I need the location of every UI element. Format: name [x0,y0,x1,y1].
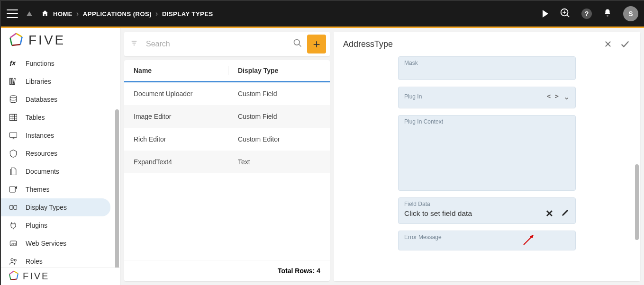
table-row[interactable]: Rich EditorCustom Editor [124,128,330,151]
sidebar-item-instances[interactable]: Instances [1,126,110,144]
table-body: Document UploaderCustom FieldImage Edito… [124,82,330,260]
sidebar-item-label: Instances [26,132,54,139]
web-services-icon: API [8,238,19,249]
breadcrumb: HOME › APPLICATIONS (ROS) › DISPLAY TYPE… [41,9,213,18]
arrow-up-icon [27,11,32,16]
chevron-down-icon[interactable]: ⌄ [563,92,570,101]
svg-rect-7 [10,114,17,120]
sidebar-item-plugins[interactable]: Plugins [1,216,110,234]
sidebar-item-libraries[interactable]: Libraries [1,72,110,90]
cell-name: ExpandText4 [124,158,228,166]
sidebar-item-label: Plugins [26,222,47,229]
five-logo-icon [8,32,25,49]
display-types-icon [8,202,19,213]
run-button[interactable] [543,10,548,18]
sidebar-item-resources[interactable]: Resources [1,144,110,162]
sidebar-item-label: Functions [26,60,54,67]
sidebar-item-label: Web Services [26,240,66,247]
code-icon[interactable]: < > [547,92,559,101]
sidebar-item-documents[interactable]: Documents [1,162,110,180]
sidebar-item-web-services[interactable]: APIWeb Services [1,234,110,252]
sidebar-item-functions[interactable]: ƒxFunctions [1,54,110,72]
filter-icon[interactable] [130,40,139,48]
sidebar-item-themes[interactable]: Themes [1,180,110,198]
crumb-applications[interactable]: APPLICATIONS (ROS) [83,10,152,18]
sidebar-item-tables[interactable]: Tables [1,108,110,126]
themes-icon [8,184,19,195]
svg-rect-16 [10,205,13,209]
list-table: Name Display Type Document UploaderCusto… [124,60,330,281]
plugin-field[interactable]: Plug In < > ⌄ [398,87,576,108]
sidebar-item-label: Libraries [26,78,51,85]
svg-rect-5 [13,78,15,85]
error-message-field[interactable]: Error Message [398,231,576,250]
cell-name: Image Editor [124,113,228,120]
add-button[interactable]: + [307,35,326,53]
field-label: Plug In Context [404,118,570,125]
crumb-home[interactable]: HOME [53,10,73,18]
search-bar: + [124,32,330,56]
save-button[interactable] [619,38,631,50]
svg-point-23 [294,40,300,45]
list-panel: + Name Display Type Document UploaderCus… [120,28,334,285]
sidebar-item-label: Roles [26,258,43,265]
brand-logo: FIVE [1,28,120,53]
sidebar-scrollbar[interactable] [115,109,119,267]
brand-name: FIVE [28,33,65,48]
databases-icon [8,94,19,105]
mask-field[interactable]: Mask [398,56,576,80]
help-button[interactable]: ? [581,9,592,19]
cell-type: Custom Field [228,90,330,98]
close-button[interactable] [602,38,614,50]
nav-up[interactable] [27,11,32,16]
plugin-context-field[interactable]: Plug In Context [398,115,576,191]
resources-icon [8,148,19,159]
annotation-arrow [522,232,537,249]
menu-toggle[interactable] [7,9,18,18]
svg-rect-15 [10,187,16,192]
plugins-icon [8,220,19,231]
table-row[interactable]: Document UploaderCustom Field [124,82,330,105]
detail-header: AddressType [334,32,640,56]
play-icon [543,10,548,18]
column-header-name[interactable]: Name [124,67,228,74]
inspect-button[interactable] [560,8,570,20]
documents-icon [8,166,19,177]
five-logo-icon [8,270,20,282]
table-header: Name Display Type [124,60,330,82]
svg-line-24 [299,45,301,47]
topbar: HOME › APPLICATIONS (ROS) › DISPLAY TYPE… [1,1,644,27]
home-icon [41,9,49,18]
field-label: Plug In [404,93,422,100]
table-footer: Total Rows: 4 [124,260,330,281]
edit-icon[interactable] [561,208,570,219]
sidebar-item-label: Themes [26,186,50,193]
field-label: Field Data [404,201,570,207]
table-row[interactable]: ExpandText4Text [124,151,330,173]
detail-scrollbar[interactable] [635,164,639,240]
brand-name-footer: FIVE [23,271,49,282]
cell-name: Document Uploader [124,90,228,98]
nav-list: ƒxFunctionsLibrariesDatabasesTablesInsta… [1,53,120,267]
crumb-display-types[interactable]: DISPLAY TYPES [162,10,213,18]
svg-rect-12 [10,133,17,137]
chevron-right-icon: › [155,9,158,18]
detail-panel: AddressType Mask Plug In < > ⌄ [334,28,644,285]
sidebar-item-display-types[interactable]: Display Types [1,198,110,216]
sidebar-item-roles[interactable]: Roles [1,252,110,267]
avatar[interactable]: S [623,6,638,21]
svg-text:API: API [11,242,16,245]
cell-type: Custom Editor [228,135,330,143]
search-input[interactable] [146,40,293,48]
table-row[interactable]: Image EditorCustom Field [124,105,330,128]
field-data-field[interactable]: Field Data Click to set field data ✕ [398,197,576,224]
libraries-icon [8,76,19,87]
svg-rect-4 [12,78,13,84]
search-icon[interactable] [293,38,302,50]
clear-icon[interactable]: ✕ [545,209,553,218]
sidebar-item-databases[interactable]: Databases [1,90,110,108]
notifications-button[interactable] [603,8,612,19]
column-header-type[interactable]: Display Type [228,67,330,74]
functions-icon: ƒx [8,58,19,69]
field-label: Mask [404,60,570,66]
